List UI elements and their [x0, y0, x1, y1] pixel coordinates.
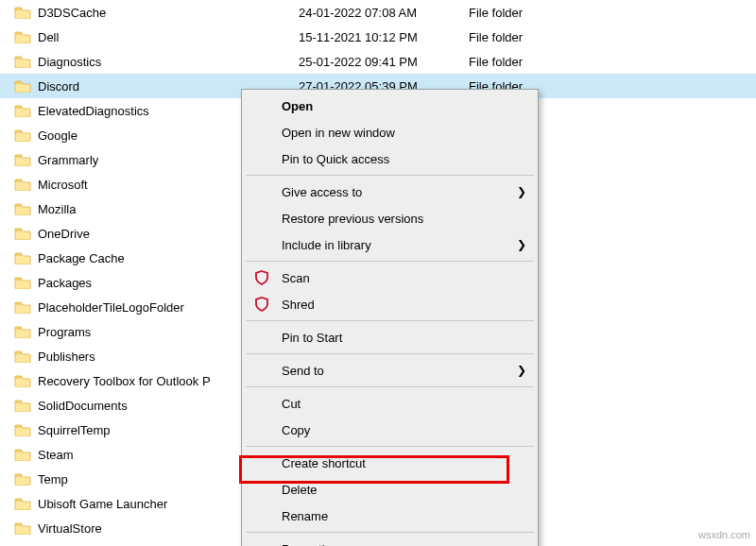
menu-cut-label: Cut: [282, 397, 301, 411]
menu-rename-label: Rename: [282, 509, 328, 523]
menu-pin-start[interactable]: Pin to Start: [244, 324, 536, 350]
menu-open-label: Open: [282, 99, 313, 113]
menu-cut[interactable]: Cut: [244, 390, 536, 417]
menu-separator: [246, 446, 534, 447]
folder-icon: [11, 497, 34, 510]
menu-pin-start-label: Pin to Start: [282, 331, 342, 345]
mcafee-shield-icon: [253, 269, 270, 286]
menu-pin-quick-access-label: Pin to Quick access: [282, 152, 389, 166]
menu-shred[interactable]: Shred: [244, 291, 536, 317]
folder-icon: [11, 104, 34, 117]
folder-icon: [11, 202, 34, 215]
file-type: File folder: [469, 55, 582, 69]
file-date: 24-01-2022 07:08 AM: [299, 6, 469, 20]
folder-icon: [11, 79, 34, 93]
folder-icon: [11, 227, 34, 240]
file-row[interactable]: Diagnostics25-01-2022 09:41 PMFile folde…: [0, 49, 756, 74]
mcafee-shield-icon: [253, 296, 270, 313]
menu-open[interactable]: Open: [244, 93, 536, 119]
file-date: 15-11-2021 10:12 PM: [299, 30, 469, 44]
menu-include-library-label: Include in library: [282, 238, 371, 252]
menu-open-new-window-label: Open in new window: [282, 126, 395, 140]
folder-icon: [11, 399, 34, 412]
file-type: File folder: [469, 6, 582, 20]
file-name: D3DSCache: [34, 6, 299, 20]
menu-separator: [246, 320, 534, 321]
folder-icon: [11, 350, 34, 363]
menu-scan-label: Scan: [282, 271, 310, 285]
watermark: wsxdn.com: [698, 529, 750, 540]
menu-shred-label: Shred: [282, 298, 315, 312]
menu-give-access-label: Give access to: [282, 185, 362, 199]
chevron-right-icon: ❯: [517, 238, 526, 251]
menu-give-access[interactable]: Give access to❯: [244, 179, 536, 205]
menu-create-shortcut[interactable]: Create shortcut: [244, 450, 536, 476]
folder-icon: [11, 300, 34, 314]
file-date: 25-01-2022 09:41 PM: [299, 55, 469, 69]
folder-icon: [11, 276, 34, 289]
menu-separator: [246, 532, 534, 533]
menu-separator: [246, 386, 534, 387]
chevron-right-icon: ❯: [517, 364, 526, 377]
file-row[interactable]: Dell15-11-2021 10:12 PMFile folder: [0, 25, 756, 49]
menu-send-to-label: Send to: [282, 364, 324, 378]
file-name: Dell: [34, 30, 299, 44]
folder-icon: [11, 325, 34, 338]
menu-open-new-window[interactable]: Open in new window: [244, 119, 536, 145]
folder-icon: [11, 128, 34, 142]
file-type: File folder: [469, 30, 582, 44]
folder-icon: [11, 6, 34, 19]
menu-copy[interactable]: Copy: [244, 417, 536, 443]
menu-scan[interactable]: Scan: [244, 264, 536, 291]
file-name: Diagnostics: [34, 55, 299, 69]
menu-properties[interactable]: Properties: [244, 536, 536, 546]
folder-icon: [11, 30, 34, 43]
folder-icon: [11, 55, 34, 68]
context-menu: Open Open in new window Pin to Quick acc…: [241, 89, 539, 546]
menu-rename[interactable]: Rename: [244, 503, 536, 529]
menu-separator: [246, 175, 534, 176]
folder-icon: [11, 153, 34, 166]
menu-restore-versions[interactable]: Restore previous versions: [244, 205, 536, 231]
menu-create-shortcut-label: Create shortcut: [282, 456, 366, 470]
chevron-right-icon: ❯: [517, 185, 526, 198]
menu-send-to[interactable]: Send to❯: [244, 357, 536, 384]
folder-icon: [11, 251, 34, 264]
menu-properties-label: Properties: [282, 542, 337, 547]
folder-icon: [11, 374, 34, 387]
menu-copy-label: Copy: [282, 423, 310, 437]
file-row[interactable]: D3DSCache24-01-2022 07:08 AMFile folder: [0, 0, 756, 25]
menu-delete-label: Delete: [282, 483, 318, 497]
menu-pin-quick-access[interactable]: Pin to Quick access: [244, 145, 536, 172]
folder-icon: [11, 423, 34, 436]
folder-icon: [11, 521, 34, 535]
menu-include-library[interactable]: Include in library❯: [244, 231, 536, 258]
menu-delete[interactable]: Delete: [244, 476, 536, 503]
menu-restore-versions-label: Restore previous versions: [282, 212, 423, 226]
folder-icon: [11, 448, 34, 461]
folder-icon: [11, 472, 34, 486]
folder-icon: [11, 178, 34, 191]
menu-separator: [246, 261, 534, 262]
menu-separator: [246, 353, 534, 354]
